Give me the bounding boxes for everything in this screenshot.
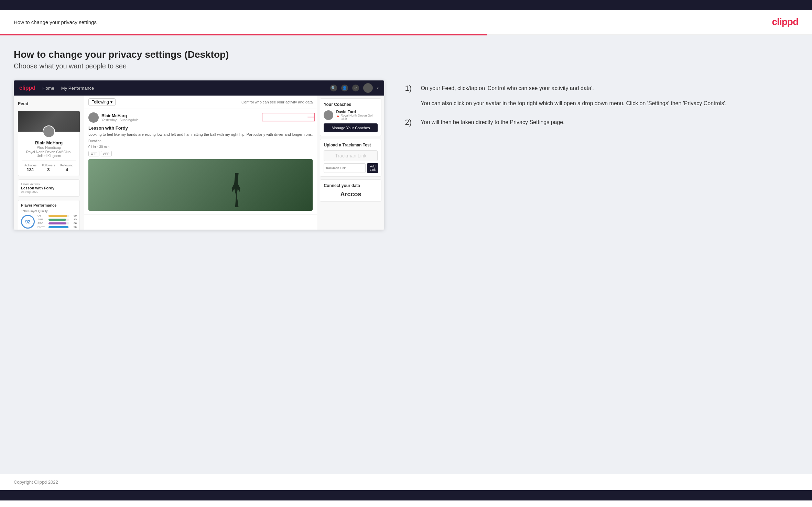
profile-banner	[18, 111, 80, 132]
nav-home[interactable]: Home	[42, 86, 54, 91]
trackman-section: Upload a Trackman Test Trackman Link Add…	[320, 139, 381, 177]
feed-header: Following ▾ Control who can see your act…	[84, 96, 317, 109]
avatar-chevron: ▾	[377, 86, 379, 90]
bar-putt: PUTT 96	[37, 225, 77, 229]
content-area: clippd Home My Performance 🔍 👤 ⊕ ▾	[14, 80, 798, 230]
page-subheading: Choose what you want people to see	[14, 62, 798, 70]
privacy-link[interactable]: Control who can see your activity and da…	[241, 100, 313, 104]
instruction-2-number: 2)	[405, 118, 415, 127]
instruction-2-content: You will then be taken directly to the P…	[421, 118, 564, 127]
bar-ott-inner	[48, 215, 67, 217]
instruction-1-content: On your Feed, click/tap on 'Control who …	[421, 84, 726, 108]
trackman-placeholder: Trackman Link	[324, 150, 378, 161]
stat-activities: Activities 131	[24, 164, 37, 172]
latest-activity-label: Latest Activity	[21, 183, 77, 186]
latest-activity-name: Lesson with Fordy	[21, 186, 77, 190]
bar-arg-outer	[48, 222, 69, 224]
quality-content: 92 OTT 90 APP	[21, 214, 77, 229]
following-label: Following	[91, 100, 109, 104]
instructions: 1) On your Feed, click/tap on 'Control w…	[398, 80, 798, 137]
app-right-panel: Your Coaches David Ford 📍 Royal North De…	[317, 96, 384, 230]
add-link-button[interactable]: Add Link	[367, 163, 378, 173]
bar-app-val: 85	[71, 218, 77, 221]
profile-handicap: Plus Handicap	[22, 145, 76, 150]
latest-activity-card: Latest Activity Lesson with Fordy 03 Aug…	[18, 179, 80, 197]
header-title: How to change your privacy settings	[14, 19, 97, 25]
connect-section: Connect your data Arccos	[320, 179, 381, 202]
top-bar	[0, 0, 812, 10]
header: How to change your privacy settings clip…	[0, 10, 812, 34]
app-mockup: clippd Home My Performance 🔍 👤 ⊕ ▾	[14, 80, 384, 230]
profile-avatar	[43, 125, 55, 138]
profile-stats: Activities 131 Followers 3 Following 4	[22, 161, 76, 172]
post-image	[88, 159, 313, 211]
coaches-section: Your Coaches David Ford 📍 Royal North De…	[320, 98, 381, 136]
instruction-1: 1) On your Feed, click/tap on 'Control w…	[405, 84, 798, 108]
search-icon[interactable]: 🔍	[330, 85, 337, 91]
instruction-1-number: 1)	[405, 84, 415, 108]
app-body: Feed Blair McHarg Plus Handicap Royal No…	[14, 96, 384, 230]
app-mockup-wrapper: clippd Home My Performance 🔍 👤 ⊕ ▾	[14, 80, 384, 230]
golfer-silhouette	[228, 173, 246, 207]
latest-activity-date: 03 Aug 2022	[21, 190, 77, 194]
trackman-input-row: Add Link	[324, 163, 378, 173]
page-heading: How to change your privacy settings (Des…	[14, 49, 798, 60]
bottom-bar	[0, 490, 812, 500]
tag-ott: OTT	[88, 151, 99, 156]
post-title: Lesson with Fordy	[88, 125, 313, 131]
player-performance-card: Player Performance Total Player Quality …	[18, 200, 80, 230]
app-logo: clippd	[19, 85, 35, 91]
bar-ott-val: 90	[71, 214, 77, 217]
bar-ott-outer	[48, 215, 69, 217]
connect-title: Connect your data	[324, 183, 378, 188]
trackman-input[interactable]	[324, 163, 366, 173]
stat-following-label: Following	[60, 164, 73, 167]
bar-app-inner	[48, 219, 66, 221]
coach-avatar	[324, 110, 333, 120]
footer: Copyright Clippd 2022	[0, 474, 812, 490]
coach-club-text: Royal North Devon Golf Club	[340, 114, 378, 121]
bar-putt-val: 96	[71, 225, 77, 229]
copyright-text: Copyright Clippd 2022	[14, 480, 58, 485]
instruction-1-text: On your Feed, click/tap on 'Control who …	[421, 84, 726, 93]
coach-info: David Ford 📍 Royal North Devon Golf Club	[336, 110, 378, 121]
arccos-logo: Arccos	[324, 191, 378, 198]
post-description: Looking to feel like my hands are exitin…	[88, 132, 313, 137]
bar-arg-label: ARG	[37, 222, 47, 225]
coach-item: David Ford 📍 Royal North Devon Golf Club	[324, 110, 378, 121]
feed-post: Blair McHarg Yesterday · Sunningdale Les…	[84, 109, 317, 214]
following-button[interactable]: Following ▾	[88, 98, 116, 106]
logo: clippd	[772, 16, 798, 27]
pin-icon: 📍	[336, 115, 340, 119]
tag-app: APP	[101, 151, 112, 156]
plus-icon[interactable]: ⊕	[352, 85, 359, 91]
nav-performance[interactable]: My Performance	[61, 86, 94, 91]
stat-following-value: 4	[60, 167, 73, 172]
stat-following: Following 4	[60, 164, 73, 172]
stat-followers: Followers 3	[42, 164, 55, 172]
profile-club: Royal North Devon Golf Club, United King…	[22, 150, 76, 158]
following-chevron: ▾	[110, 100, 112, 104]
stat-activities-label: Activities	[24, 164, 37, 167]
trackman-placeholder-text: Trackman Link	[335, 153, 366, 158]
main-content: How to change your privacy settings (Des…	[0, 35, 812, 474]
bar-arg: ARG 86	[37, 222, 77, 225]
profile-card: Blair McHarg Plus Handicap Royal North D…	[18, 132, 80, 176]
user-icon[interactable]: 👤	[341, 85, 348, 91]
bar-ott-label: OTT	[37, 214, 47, 217]
app-feed: Following ▾ Control who can see your act…	[84, 96, 317, 230]
app-nav: clippd Home My Performance 🔍 👤 ⊕ ▾	[14, 80, 384, 96]
bar-app: APP 85	[37, 218, 77, 221]
bar-putt-inner	[48, 226, 68, 228]
quality-bars: OTT 90 APP 85	[37, 214, 77, 229]
post-user-name: Blair McHarg	[101, 113, 139, 118]
trackman-title: Upload a Trackman Test	[324, 143, 378, 147]
manage-coaches-button[interactable]: Manage Your Coaches	[324, 123, 378, 132]
coach-name: David Ford	[336, 110, 378, 114]
coach-club: 📍 Royal North Devon Golf Club	[336, 114, 378, 121]
instruction-2: 2) You will then be taken directly to th…	[405, 118, 798, 127]
stat-followers-label: Followers	[42, 164, 55, 167]
bar-putt-outer	[48, 226, 69, 228]
bar-arg-inner	[48, 222, 66, 224]
user-avatar[interactable]	[363, 83, 373, 93]
